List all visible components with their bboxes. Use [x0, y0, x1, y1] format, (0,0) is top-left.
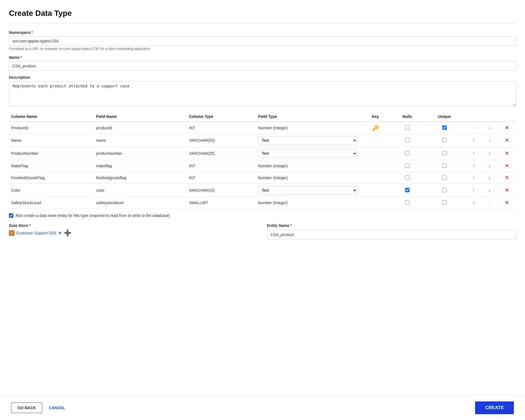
- store-remove-btn[interactable]: ✕: [58, 231, 62, 235]
- cell-unique[interactable]: [423, 197, 466, 209]
- fieldtype-select[interactable]: TextNumber (Integer)Number (Decimal)Bool…: [258, 149, 357, 158]
- unique-checkbox[interactable]: [442, 151, 447, 155]
- delete-row-button[interactable]: ✕: [504, 199, 509, 206]
- cell-fieldname: color: [94, 184, 187, 197]
- table-header: Column Name Field Name Column Type Field…: [9, 112, 516, 122]
- delete-row-button[interactable]: ✕: [504, 162, 509, 169]
- cell-fieldtype[interactable]: TextNumber (Integer)Number (Decimal)Bool…: [256, 134, 359, 147]
- delete-row-button[interactable]: ✕: [504, 174, 509, 181]
- cell-nulls[interactable]: [391, 197, 423, 209]
- table-row: FinishedGoodsFlagfinishedgoodsflagINTNum…: [9, 172, 516, 184]
- namespace-required: *: [31, 30, 33, 35]
- cell-fieldtype: Number (Integer): [256, 197, 359, 209]
- nulls-checkbox[interactable]: [405, 175, 410, 180]
- namespace-input[interactable]: [9, 36, 516, 46]
- move-up-button[interactable]: ↑: [472, 175, 475, 181]
- nulls-checkbox[interactable]: [405, 151, 410, 155]
- name-input[interactable]: [9, 61, 516, 71]
- unique-checkbox[interactable]: [442, 138, 447, 142]
- store-chip: ☰ Customer Support DSE ✕: [9, 230, 62, 236]
- unique-checkbox[interactable]: [442, 200, 447, 205]
- nulls-checkbox[interactable]: [405, 188, 410, 192]
- down-arrow-icon: ↓: [488, 163, 491, 168]
- nulls-checkbox[interactable]: [405, 138, 410, 142]
- col-header-up: [466, 112, 481, 122]
- delete-row-button[interactable]: ✕: [504, 187, 509, 194]
- cell-up: ↑: [466, 134, 481, 147]
- create-button[interactable]: CREATE: [475, 401, 514, 414]
- cancel-button[interactable]: CANCEL: [47, 403, 67, 413]
- unique-checkbox[interactable]: [442, 188, 447, 192]
- store-name: Customer Support DSE: [16, 231, 57, 235]
- move-down-button[interactable]: ↓: [488, 150, 491, 156]
- cell-nulls[interactable]: [391, 147, 423, 160]
- delete-icon: ✕: [505, 187, 509, 193]
- also-create-section: Also create a data store entity for this…: [9, 213, 516, 218]
- cell-delete: ✕: [498, 172, 516, 184]
- cell-nulls[interactable]: [391, 134, 423, 147]
- cell-up: ↑: [466, 160, 481, 172]
- delete-row-button[interactable]: ✕: [504, 124, 509, 131]
- name-label: Name*: [9, 55, 516, 60]
- move-down-button[interactable]: ↓: [488, 125, 491, 131]
- move-up-button[interactable]: ↑: [472, 150, 475, 156]
- cell-colname: Name: [9, 134, 94, 147]
- cell-unique[interactable]: [423, 184, 466, 197]
- also-create-label: Also create a data store entity for this…: [16, 213, 170, 218]
- header-divider: [9, 23, 516, 24]
- nulls-checkbox[interactable]: [405, 125, 410, 130]
- move-up-button[interactable]: ↑: [472, 137, 475, 143]
- add-store-button[interactable]: ➕: [64, 230, 71, 236]
- move-up-button[interactable]: ↑: [472, 125, 475, 131]
- delete-icon: ✕: [505, 175, 509, 181]
- name-group: Name*: [9, 55, 516, 71]
- cell-unique[interactable]: [423, 160, 466, 172]
- delete-row-button[interactable]: ✕: [504, 150, 509, 157]
- down-arrow-icon: ↓: [488, 175, 491, 180]
- cell-up: ↑: [466, 147, 481, 160]
- entity-name-input[interactable]: [267, 230, 516, 239]
- fieldtype-select[interactable]: TextNumber (Integer)Number (Decimal)Bool…: [258, 136, 357, 145]
- description-label: Description: [9, 75, 516, 80]
- also-create-checkbox[interactable]: [9, 213, 13, 218]
- move-up-button[interactable]: ↑: [472, 163, 475, 169]
- cell-key: [359, 184, 391, 197]
- cell-down: ↓: [482, 134, 498, 147]
- cell-unique[interactable]: [423, 147, 466, 160]
- fieldtype-select[interactable]: TextNumber (Integer)Number (Decimal)Bool…: [258, 186, 357, 194]
- move-down-button[interactable]: ↓: [488, 200, 491, 206]
- unique-checkbox[interactable]: [442, 163, 447, 168]
- cell-nulls[interactable]: [391, 172, 423, 184]
- cell-unique[interactable]: [423, 172, 466, 184]
- move-down-button[interactable]: ↓: [488, 187, 491, 193]
- cell-up: ↑: [466, 172, 481, 184]
- nulls-checkbox[interactable]: [405, 163, 410, 168]
- store-value-row: ☰ Customer Support DSE ✕ ➕: [9, 230, 258, 236]
- cell-nulls[interactable]: [391, 122, 423, 134]
- nulls-checkbox[interactable]: [405, 200, 410, 205]
- up-arrow-icon: ↑: [473, 163, 475, 168]
- move-up-button[interactable]: ↑: [472, 200, 475, 206]
- cell-unique[interactable]: [423, 134, 466, 147]
- cell-colname: ProductNumber: [9, 147, 94, 160]
- col-header-nulls: Nulls: [391, 112, 423, 122]
- cell-nulls[interactable]: [391, 160, 423, 172]
- description-textarea[interactable]: Represents each product attached to a su…: [9, 81, 516, 106]
- cell-fieldtype[interactable]: TextNumber (Integer)Number (Decimal)Bool…: [256, 147, 359, 160]
- cell-unique[interactable]: [423, 122, 466, 134]
- cell-colname: Color: [9, 184, 94, 197]
- cell-fieldtype[interactable]: TextNumber (Integer)Number (Decimal)Bool…: [256, 184, 359, 197]
- move-down-button[interactable]: ↓: [488, 137, 491, 143]
- col-header-delete: [498, 112, 516, 122]
- cell-key: [359, 197, 391, 209]
- unique-checkbox[interactable]: [442, 175, 447, 180]
- go-back-button[interactable]: GO BACK: [11, 403, 42, 413]
- move-up-button[interactable]: ↑: [472, 187, 475, 193]
- move-down-button[interactable]: ↓: [488, 163, 491, 169]
- cell-nulls[interactable]: [391, 184, 423, 197]
- delete-row-button[interactable]: ✕: [504, 137, 509, 144]
- cell-colname: MakeFlag: [9, 160, 94, 172]
- unique-checkbox[interactable]: [442, 125, 447, 130]
- move-down-button[interactable]: ↓: [488, 175, 491, 181]
- description-group: Description Represents each product atta…: [9, 75, 516, 107]
